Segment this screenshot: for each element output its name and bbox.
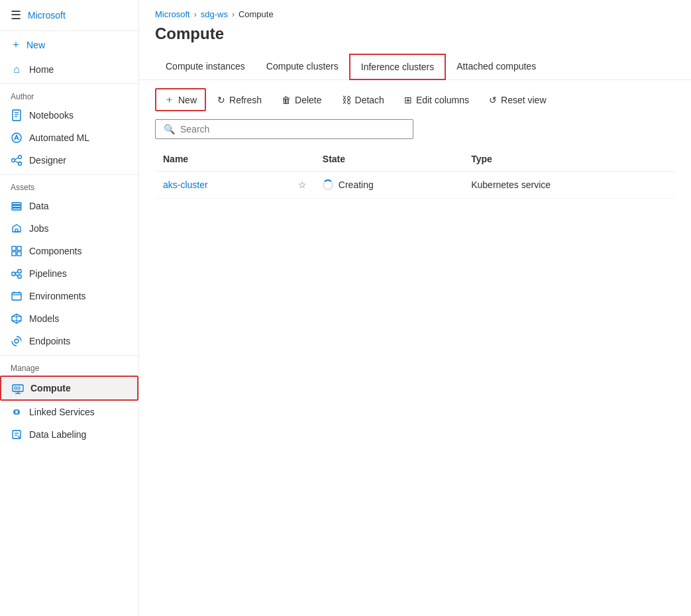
detach-button[interactable]: ⛓ Detach: [333, 90, 393, 110]
automated-ml-icon: [11, 132, 23, 144]
endpoints-label: Endpoints: [29, 336, 70, 346]
sidebar-new-label: New: [27, 40, 45, 50]
new-label: New: [178, 95, 197, 105]
edit-columns-button[interactable]: ⊞ Edit columns: [396, 90, 478, 110]
sidebar-manage-section: Manage: [0, 358, 138, 376]
col-star: [290, 147, 315, 172]
tab-compute-instances[interactable]: Compute instances: [155, 54, 256, 79]
edit-columns-label: Edit columns: [416, 95, 469, 105]
svg-rect-18: [17, 252, 21, 256]
endpoints-icon: [11, 335, 23, 347]
detach-icon: ⛓: [342, 95, 351, 105]
new-button[interactable]: ＋ New: [155, 88, 206, 111]
breadcrumb-microsoft[interactable]: Microsoft: [155, 9, 190, 19]
svg-rect-15: [12, 246, 16, 250]
delete-button[interactable]: 🗑 Delete: [273, 90, 330, 110]
pipelines-label: Pipelines: [29, 268, 67, 279]
refresh-icon: ↻: [217, 95, 225, 105]
refresh-label: Refresh: [229, 95, 262, 105]
automated-ml-label: Automated ML: [29, 132, 89, 143]
svg-rect-0: [13, 110, 21, 121]
svg-rect-32: [15, 387, 17, 389]
svg-rect-16: [17, 246, 21, 250]
sidebar-divider-assets: [0, 174, 138, 175]
sidebar-item-data[interactable]: Data: [0, 195, 138, 217]
environments-icon: [11, 290, 23, 302]
plus-icon: ＋: [11, 38, 21, 52]
compute-label: Compute: [30, 383, 71, 393]
svg-rect-19: [12, 272, 15, 276]
svg-point-8: [19, 162, 22, 166]
sidebar-new-button[interactable]: ＋ New: [0, 31, 138, 58]
jobs-label: Jobs: [29, 223, 49, 234]
sidebar-item-automated-ml[interactable]: Automated ML: [0, 127, 138, 149]
sidebar-item-environments[interactable]: Environments: [0, 285, 138, 307]
svg-rect-21: [18, 275, 21, 278]
sidebar-microsoft-label: Microsoft: [28, 10, 66, 21]
tab-attached-computes[interactable]: Attached computes: [446, 54, 547, 79]
models-icon: [11, 313, 23, 325]
svg-rect-17: [12, 252, 16, 256]
page-title: Compute: [139, 19, 691, 54]
sidebar-assets-section: Assets: [0, 178, 138, 195]
table-header-row: Name State Type: [155, 147, 675, 172]
cluster-link[interactable]: aks-cluster: [163, 180, 208, 190]
hamburger-icon[interactable]: ☰: [11, 8, 21, 23]
home-icon: ⌂: [11, 64, 23, 76]
refresh-button[interactable]: ↻ Refresh: [209, 90, 270, 110]
sidebar-divider-manage: [0, 355, 138, 356]
svg-line-9: [15, 158, 19, 160]
designer-label: Designer: [29, 155, 66, 166]
notebooks-icon: [11, 109, 23, 121]
jobs-icon: [11, 223, 23, 234]
svg-rect-11: [12, 203, 21, 205]
sidebar-item-data-labeling[interactable]: Data Labeling: [0, 423, 138, 446]
row-star[interactable]: ☆: [290, 172, 315, 199]
designer-icon: [11, 154, 23, 166]
sidebar-author-section: Author: [0, 87, 138, 104]
components-icon: [11, 245, 23, 257]
reset-view-button[interactable]: ↺ Reset view: [480, 90, 555, 110]
sidebar-item-notebooks[interactable]: Notebooks: [0, 104, 138, 127]
data-table: Name State Type aks-cluster ☆ Creating: [155, 147, 675, 199]
sidebar-item-pipelines[interactable]: Pipelines: [0, 262, 138, 285]
sidebar-divider-author: [0, 83, 138, 84]
svg-point-4: [12, 133, 21, 142]
tab-compute-clusters[interactable]: Compute clusters: [256, 54, 349, 79]
sidebar-item-jobs[interactable]: Jobs: [0, 217, 138, 240]
col-type: Type: [463, 147, 675, 172]
toolbar: ＋ New ↻ Refresh 🗑 Delete ⛓ Detach ⊞ Edit…: [139, 80, 691, 119]
sidebar-item-components[interactable]: Components: [0, 240, 138, 262]
svg-rect-33: [18, 387, 20, 389]
sidebar-item-models[interactable]: Models: [0, 307, 138, 330]
sidebar-item-home[interactable]: ⌂ Home: [0, 58, 138, 81]
sidebar-item-endpoints[interactable]: Endpoints: [0, 330, 138, 352]
state-creating: Creating: [323, 180, 455, 190]
reset-view-label: Reset view: [501, 95, 546, 105]
breadcrumb: Microsoft › sdg-ws › Compute: [139, 0, 691, 19]
svg-rect-13: [12, 208, 21, 210]
row-type: Kubernetes service: [463, 172, 675, 199]
row-name: aks-cluster: [155, 172, 290, 199]
main-content: Microsoft › sdg-ws › Compute Compute Com…: [139, 0, 691, 616]
sidebar-item-designer[interactable]: Designer: [0, 149, 138, 172]
row-state: Creating: [315, 172, 463, 199]
breadcrumb-sdg-ws[interactable]: sdg-ws: [201, 9, 228, 19]
table-wrapper: Name State Type aks-cluster ☆ Creating: [139, 147, 691, 616]
loading-spinner: [323, 180, 333, 190]
delete-label: Delete: [295, 95, 321, 105]
components-label: Components: [29, 246, 81, 256]
edit-columns-icon: ⊞: [404, 95, 412, 105]
new-plus-icon: ＋: [164, 93, 174, 106]
tab-inference-clusters[interactable]: Inference clusters: [349, 54, 447, 80]
search-wrapper: 🔍: [139, 119, 691, 147]
state-label: Creating: [339, 180, 374, 190]
sidebar-item-compute[interactable]: Compute: [0, 376, 138, 401]
sidebar-item-linked-services[interactable]: Linked Services: [0, 401, 138, 423]
models-label: Models: [29, 313, 59, 324]
data-label: Data: [29, 201, 49, 211]
notebooks-label: Notebooks: [29, 110, 74, 121]
search-box[interactable]: 🔍: [155, 119, 413, 139]
breadcrumb-compute: Compute: [239, 9, 274, 19]
search-input[interactable]: [180, 124, 405, 134]
